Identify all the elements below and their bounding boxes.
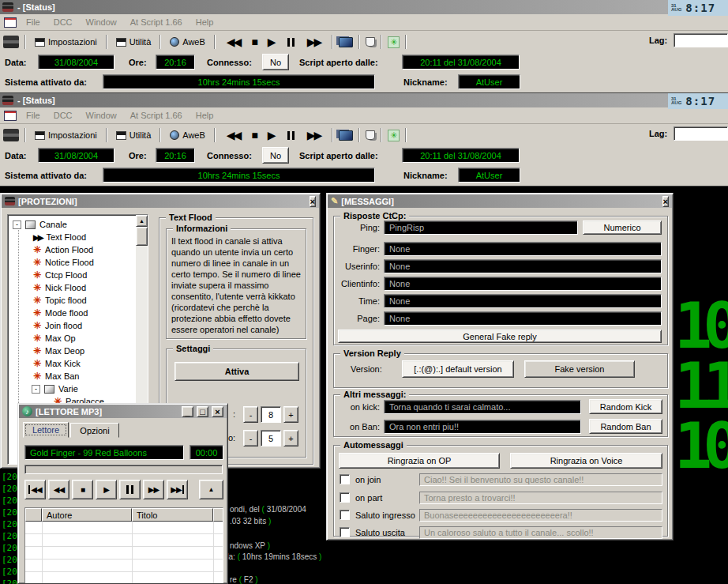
recycle-icon[interactable]: ✳ [388, 130, 400, 141]
impostazioni-button[interactable]: Impostazioni [32, 36, 100, 48]
lettore-title-bar[interactable]: ♪ [LETTORE MP3] _ □ × [19, 405, 227, 418]
menu-atscript[interactable]: At Script 1.66 [130, 17, 182, 27]
default-version-button[interactable]: [.:(@):.] default version [402, 360, 514, 378]
collapse-icon[interactable]: - [13, 220, 21, 229]
ringrazia-voice-button[interactable]: Ringrazia on Voice [510, 453, 662, 469]
tree-item-nick-flood[interactable]: ✳Nick Flood [33, 281, 86, 294]
tab-opzioni[interactable]: Opzioni [70, 423, 119, 438]
clientinfo-field[interactable]: None [384, 277, 662, 291]
tree-item-max-op[interactable]: ✳Max Op [33, 332, 76, 345]
pause-icon[interactable] [119, 480, 141, 499]
spinner1-minus-button[interactable]: - [243, 406, 258, 423]
tree-item-varie[interactable]: -Varie [32, 382, 78, 395]
on-part-field[interactable]: Torna presto a trovarci!! [419, 492, 662, 504]
playlist-header-autore[interactable]: Autore [42, 508, 132, 522]
menu-dcc[interactable]: DCC [54, 111, 73, 120]
on-ban-field[interactable]: Ora non entri piu!! [384, 420, 581, 434]
tree-item-topic-flood[interactable]: ✳Topic flood [33, 294, 87, 307]
menu-dcc[interactable]: DCC [54, 17, 73, 27]
play-icon[interactable]: ▶ [96, 480, 117, 499]
recycle-icon[interactable]: ✳ [388, 36, 400, 48]
coffee-cup-icon[interactable] [366, 130, 375, 140]
menu-help[interactable]: Help [196, 17, 214, 27]
playlist-header-titolo[interactable]: Titolo [132, 508, 213, 522]
on-kick-field[interactable]: Torna quando ti sarai calmato... [384, 400, 581, 414]
playlist-header-blank[interactable] [25, 508, 42, 522]
on-part-checkbox[interactable] [340, 492, 350, 503]
lag-field[interactable] [674, 126, 728, 141]
pause-icon[interactable] [287, 38, 295, 47]
menu-window[interactable]: Window [86, 111, 117, 120]
play-icon[interactable]: ▶ [268, 36, 275, 48]
playlist[interactable]: Autore Titolo [24, 507, 223, 584]
aweb-button[interactable]: AweB [167, 36, 208, 48]
tree-item-ctcp-flood[interactable]: ✳Ctcp Flood [33, 269, 87, 281]
tree-item-notice-flood[interactable]: ✳Notice Flood [33, 256, 94, 269]
scroll-up-icon[interactable]: ▲ [136, 215, 148, 227]
tree-item-max-kick[interactable]: ✳Max Kick [33, 357, 81, 370]
tree-item-action-flood[interactable]: ✳Action Flood [33, 243, 93, 256]
userinfo-field[interactable]: None [384, 259, 662, 273]
title-bar[interactable]: - [Status] [0, 93, 728, 107]
lag-field[interactable] [674, 33, 728, 47]
spinner2-minus-button[interactable]: - [243, 430, 258, 446]
menu-file[interactable]: File [26, 111, 40, 120]
fake-version-button[interactable]: Fake version [524, 360, 635, 378]
saluto-uscita-checkbox[interactable] [340, 527, 350, 537]
saluto-uscita-field[interactable]: Un caloroso saluto a tutto il canale... … [419, 526, 662, 539]
connesso-button[interactable]: No [262, 147, 289, 164]
numerico-button[interactable]: Numerico [583, 220, 662, 235]
maximize-icon[interactable]: □ [197, 406, 208, 417]
saluto-ingresso-checkbox[interactable] [340, 510, 350, 520]
eject-up-icon[interactable]: ▲ [199, 480, 223, 499]
spinner2-value[interactable]: 5 [261, 430, 281, 446]
script-tool-icon[interactable] [3, 36, 19, 48]
fastforward-icon[interactable]: ▶▶ [307, 36, 321, 48]
general-fake-reply-button[interactable]: General Fake reply [338, 330, 662, 343]
script-tool-icon[interactable] [3, 129, 19, 141]
spinner2-plus-button[interactable]: + [283, 430, 298, 446]
tree-item-canale[interactable]: -Canale [13, 218, 67, 231]
collapse-icon[interactable]: - [32, 385, 40, 394]
menu-file[interactable]: File [26, 17, 40, 27]
previous-track-icon[interactable]: ◀◀ [24, 480, 46, 499]
tree-item-mode-flood[interactable]: ✳Mode flood [33, 307, 88, 319]
title-bar[interactable]: - [Status] [0, 0, 728, 14]
random-ban-button[interactable]: Random Ban [589, 419, 662, 434]
menu-atscript[interactable]: At Script 1.66 [130, 111, 182, 120]
coffee-cup-icon[interactable] [366, 37, 375, 47]
stop-icon[interactable]: ■ [72, 480, 93, 499]
tree-item-max-deop[interactable]: ✳Max Deop [33, 345, 84, 357]
fastforward-icon[interactable]: ▶▶ [307, 129, 321, 141]
messaggi-title-bar[interactable]: ✎ [MESSAGGI] × [328, 194, 672, 208]
utilita-button[interactable]: Utilità [113, 36, 155, 48]
on-join-field[interactable]: Ciao!! Sei il benvenuto su questo canale… [419, 473, 662, 486]
playlist-header-end[interactable] [213, 508, 223, 522]
utilita-button[interactable]: Utilità [113, 129, 155, 141]
folder-icon[interactable] [339, 130, 353, 141]
playlist-rows[interactable] [25, 522, 223, 584]
tree-item-text-flood[interactable]: ▶▶Text Flood [33, 231, 86, 243]
menu-help[interactable]: Help [196, 111, 214, 120]
rewind-icon[interactable]: ◀◀ [227, 36, 241, 48]
page-field[interactable]: None [384, 311, 662, 326]
rewind-icon[interactable]: ◀◀ [227, 129, 241, 141]
tree-item-join-flood[interactable]: ✳Join flood [33, 319, 82, 332]
scrollbar-thumb[interactable] [136, 227, 148, 246]
saluto-ingresso-field[interactable]: Buonaseeeeeeeeeeeeeeeeeeeeeera!! [419, 509, 662, 522]
menu-window[interactable]: Window [86, 17, 117, 27]
protezioni-title-bar[interactable]: [PROTEZIONI] × [2, 194, 319, 208]
stop-icon[interactable]: ■ [251, 129, 256, 141]
minimize-icon[interactable]: _ [182, 406, 193, 417]
attiva-button[interactable]: Attiva [174, 362, 299, 381]
next-track-icon[interactable]: ▶▶ [167, 480, 188, 499]
ringrazia-op-button[interactable]: Ringrazia on OP [339, 453, 500, 469]
progress-bar[interactable] [24, 465, 223, 474]
ping-field[interactable]: PingRisp [384, 220, 578, 235]
close-icon[interactable]: × [212, 406, 223, 417]
fastforward-icon[interactable]: ▶▶ [143, 480, 164, 499]
impostazioni-button[interactable]: Impostazioni [32, 129, 100, 141]
stop-icon[interactable]: ■ [251, 36, 256, 48]
tab-lettore[interactable]: Lettore [23, 422, 69, 438]
play-icon[interactable]: ▶ [268, 129, 275, 141]
